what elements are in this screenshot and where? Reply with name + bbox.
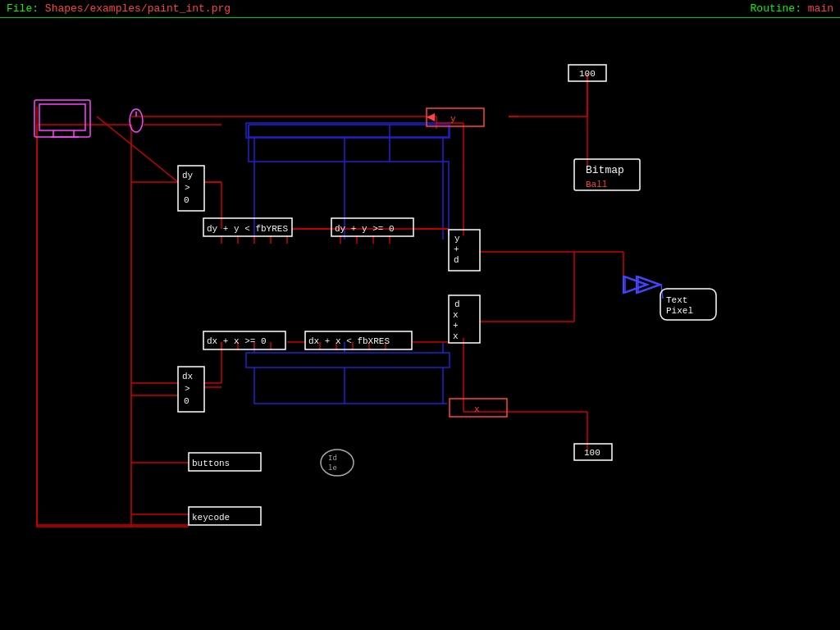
keycode-label: keycode: [192, 513, 230, 523]
top-100-label: 100: [579, 69, 596, 79]
idle-label2: le: [328, 464, 337, 472]
dy-box-gt: >: [185, 183, 190, 193]
buttons-label: buttons: [192, 459, 230, 468]
bitmap-label: Bitmap: [586, 164, 624, 176]
dx-box-label: dx: [182, 372, 194, 381]
y-var-label: y: [450, 114, 456, 124]
cond-dy-gte-label: dy + y >= 0: [335, 224, 395, 234]
idle-node: [321, 450, 354, 476]
bottom-100-label: 100: [584, 448, 600, 458]
file-path-value: Shapes/examples/paint_int.prg: [45, 2, 231, 15]
file-path: File: Shapes/examples/paint_int.prg: [7, 2, 231, 15]
dy-box-0: 0: [184, 195, 189, 205]
idle-label1: Id: [328, 454, 337, 463]
routine-name: main: [808, 2, 833, 15]
cond-dx-gte-label: dx + x >= 0: [207, 336, 267, 346]
y-plus-d-y: y: [454, 234, 460, 244]
dx-plus-x-d: d: [454, 299, 460, 309]
top-bar: File: Shapes/examples/paint_int.prg Rout…: [0, 0, 840, 18]
dy-box-label: dy: [182, 171, 194, 180]
diagram-svg: dy > 0 dx > 0 dy + y < fbYRES dy + y >= …: [0, 18, 840, 630]
svg-line-4: [97, 116, 178, 182]
y-plus-d-d: d: [454, 255, 459, 265]
cond-dx-less-label: dx + x < fbXRES: [308, 336, 390, 346]
text-pixel-label1: Text: [666, 295, 687, 305]
y-var-arrow: [427, 113, 435, 121]
cond-dy-less-label: dy + y < fbYRES: [207, 224, 288, 234]
bitmap-sub-label: Ball: [586, 180, 607, 189]
monitor-icon: [34, 100, 90, 137]
dx-box-gt: >: [185, 384, 190, 394]
svg-rect-36: [246, 353, 450, 368]
dx-box-0: 0: [184, 396, 189, 406]
routine-label: Routine:: [751, 2, 801, 15]
canvas: dy > 0 dx > 0 dy + y < fbYRES dy + y >= …: [0, 18, 840, 630]
text-pixel-label2: Pixel: [666, 306, 693, 316]
dx-plus-x-x: x: [453, 310, 459, 320]
y-plus-d-plus: +: [454, 244, 459, 254]
routine-info: Routine: main: [751, 2, 833, 15]
x-var-label: x: [474, 404, 480, 414]
monitor-screen: [39, 104, 85, 130]
dx-plus-x-x2: x: [453, 331, 459, 341]
dx-plus-x-plus: +: [453, 321, 459, 331]
file-label: File:: [7, 2, 39, 15]
